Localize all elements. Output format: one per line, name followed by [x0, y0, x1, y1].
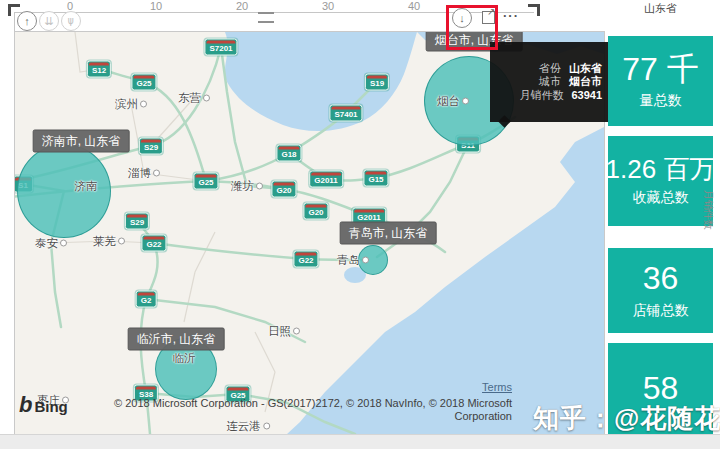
- road-badge: G2: [136, 291, 157, 308]
- drill-up-glyph: ↑: [24, 16, 30, 27]
- resize-handle-top-right-icon[interactable]: [528, 4, 540, 16]
- city-label: 莱芜: [93, 234, 125, 249]
- city-dot-icon: [462, 98, 469, 105]
- city-dot-icon: [118, 238, 125, 245]
- road-badge: S12: [87, 61, 111, 78]
- data-point-label: 济南市, 山东省: [33, 130, 130, 153]
- side-axis-label: 月销件数: [683, 185, 720, 235]
- city-label: 日照: [268, 324, 300, 339]
- kpi-card[interactable]: 77 千量总数: [608, 36, 713, 126]
- city-label: 济南: [75, 179, 98, 194]
- city-label: 临沂: [173, 351, 196, 366]
- annotation-highlight-box: [446, 5, 498, 50]
- expand-all-levels-icon[interactable]: ⋔: [61, 11, 81, 31]
- city-label: 潍坊: [231, 179, 263, 194]
- data-point-label: 临沂市, 山东省: [128, 328, 225, 351]
- city-dot-icon: [293, 328, 300, 335]
- road-badge: S29: [139, 138, 163, 155]
- report-page: 010203040 ↑ ⇊ ⋔ ↓ ↗ ···: [0, 0, 720, 449]
- city-dot-icon: [60, 240, 67, 247]
- road-badge: G25: [131, 74, 156, 91]
- city-label: 滨州: [115, 97, 147, 112]
- bing-b-icon: b: [19, 392, 32, 417]
- city-dot-icon: [140, 101, 147, 108]
- ruler-tick: 40: [408, 0, 420, 12]
- bing-logo[interactable]: bBing: [19, 392, 68, 418]
- city-label: 淄博: [128, 166, 160, 181]
- drag-handle-icon[interactable]: [258, 12, 274, 23]
- drill-up-icon[interactable]: ↑: [17, 11, 37, 31]
- drill-down-level-glyph: ⇊: [44, 16, 53, 27]
- city-dot-icon: [263, 423, 270, 430]
- road-badge: G22: [293, 251, 318, 268]
- road-badge: S7401: [329, 105, 362, 122]
- terms-link[interactable]: Terms: [482, 381, 512, 393]
- watermark-text: 知乎：@花随花心: [533, 401, 720, 436]
- city-dot-icon: [362, 257, 369, 264]
- kpi-value: 1.26 百万: [606, 155, 716, 184]
- road-badge: G15: [363, 170, 388, 187]
- road-badge: S19: [365, 74, 389, 91]
- city-label: 青岛: [337, 253, 369, 268]
- city-dot-icon: [203, 95, 210, 102]
- tooltip-row: 省份山东省: [496, 62, 602, 75]
- kpi-value: 36: [643, 261, 679, 296]
- more-options-icon[interactable]: ···: [503, 8, 519, 23]
- kpi-value: 77 千: [622, 52, 698, 87]
- ruler-tick: 20: [236, 0, 248, 12]
- ruler-tick: 10: [150, 0, 162, 12]
- kpi-label: 量总数: [640, 92, 682, 110]
- city-label: 烟台: [437, 94, 469, 109]
- ruler-tick: 30: [322, 0, 334, 12]
- city-dot-icon: [153, 170, 160, 177]
- kpi-label: 店铺总数: [633, 302, 689, 320]
- data-point-label: 青岛市, 山东省: [340, 222, 437, 245]
- road-badge: S7201: [204, 39, 237, 56]
- city-label: 泰安: [35, 236, 67, 251]
- road-badge: G20: [271, 181, 296, 198]
- kpi-label: 收藏总数: [633, 189, 689, 207]
- road-badge: G20: [303, 203, 328, 220]
- road-badge: G2011: [309, 171, 343, 188]
- road-badge: G18: [276, 145, 301, 162]
- drill-down-level-icon[interactable]: ⇊: [39, 11, 59, 31]
- road-badge: S29: [125, 213, 149, 230]
- bottom-taskbar-strip: [0, 434, 720, 449]
- road-badge: G22: [141, 235, 166, 252]
- expand-all-glyph: ⋔: [66, 16, 75, 27]
- map-attribution: © 2018 Microsoft Corporation - GS(2017)2…: [114, 397, 512, 423]
- road-badge: G25: [193, 173, 218, 190]
- city-label: 东营: [178, 91, 210, 106]
- tooltip-row: 月销件数63941: [496, 89, 602, 102]
- tooltip: 省份山东省城市烟台市月销件数63941: [490, 42, 608, 122]
- tooltip-row: 城市烟台市: [496, 75, 602, 88]
- city-dot-icon: [256, 183, 263, 190]
- region-header-label: 山东省: [608, 1, 713, 16]
- kpi-card[interactable]: 36店铺总数: [608, 248, 713, 333]
